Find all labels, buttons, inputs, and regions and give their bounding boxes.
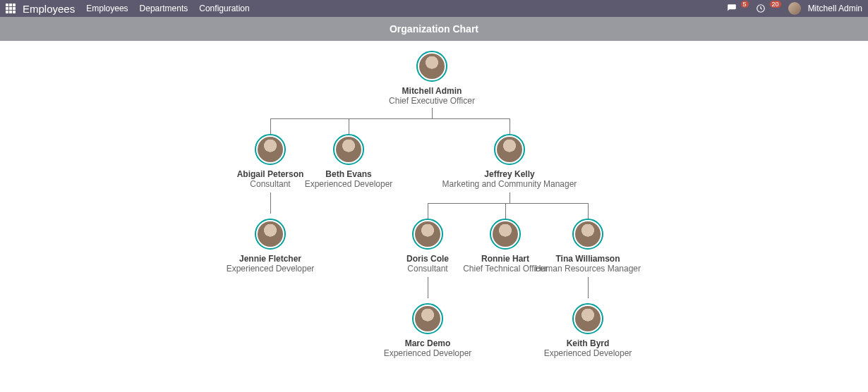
avatar-ring — [572, 303, 603, 334]
messages-icon[interactable] — [727, 4, 737, 13]
node-role: Experienced Developer — [186, 264, 355, 274]
avatar-photo — [497, 137, 522, 162]
avatar-ring — [412, 303, 443, 334]
top-nav: Employees Employees Departments Configur… — [0, 0, 868, 17]
avatar-photo — [575, 306, 601, 331]
avatar-ring — [494, 134, 525, 165]
apps-icon[interactable] — [6, 4, 16, 13]
avatar-photo — [575, 221, 601, 247]
node-name: Mitchell Admin — [347, 86, 517, 96]
node-role: Experienced Developer — [503, 348, 673, 358]
avatar-ring — [572, 219, 603, 250]
node-name: Marc Demo — [343, 338, 512, 348]
avatar-photo — [415, 306, 440, 331]
clock-icon[interactable] — [756, 4, 766, 13]
user-avatar[interactable] — [788, 2, 801, 15]
node-role: Experienced Developer — [264, 179, 433, 189]
org-node-jeffrey[interactable]: Jeffrey Kelly Marketing and Community Ma… — [425, 134, 594, 190]
avatar-ring — [255, 219, 286, 250]
messages-badge: 5 — [741, 1, 749, 8]
nav-departments[interactable]: Departments — [140, 4, 188, 13]
org-node-tina[interactable]: Tina Williamson Human Resources Manager — [503, 219, 673, 274]
node-name: Jennie Fletcher — [186, 254, 355, 264]
nav-configuration[interactable]: Configuration — [199, 4, 249, 13]
avatar-ring — [416, 51, 447, 82]
page-subheader: Organization Chart — [0, 17, 868, 41]
org-node-jennie[interactable]: Jennie Fletcher Experienced Developer — [186, 219, 355, 274]
avatar-photo — [336, 137, 361, 162]
node-name: Jeffrey Kelly — [425, 169, 594, 179]
avatar-photo — [258, 221, 283, 247]
node-name: Beth Evans — [264, 169, 433, 179]
node-name: Tina Williamson — [503, 254, 673, 264]
org-node-keith[interactable]: Keith Byrd Experienced Developer — [503, 303, 673, 359]
node-role: Marketing and Community Manager — [425, 179, 594, 189]
page-title: Organization Chart — [390, 23, 478, 35]
node-name: Keith Byrd — [503, 338, 673, 348]
nav-employees[interactable]: Employees — [86, 4, 128, 13]
org-node-beth[interactable]: Beth Evans Experienced Developer — [264, 134, 433, 190]
node-role: Chief Executive Officer — [347, 96, 517, 106]
app-brand[interactable]: Employees — [23, 3, 75, 15]
avatar-ring — [333, 134, 364, 165]
org-node-marc[interactable]: Marc Demo Experienced Developer — [343, 303, 512, 359]
org-chart: Mitchell Admin Chief Executive Officer A… — [0, 41, 868, 392]
org-node-root[interactable]: Mitchell Admin Chief Executive Officer — [347, 51, 517, 106]
node-role: Human Resources Manager — [503, 264, 673, 274]
user-name[interactable]: Mitchell Admin — [808, 4, 862, 13]
avatar-photo — [419, 54, 445, 79]
node-role: Experienced Developer — [343, 348, 512, 358]
clock-badge: 20 — [770, 1, 781, 8]
